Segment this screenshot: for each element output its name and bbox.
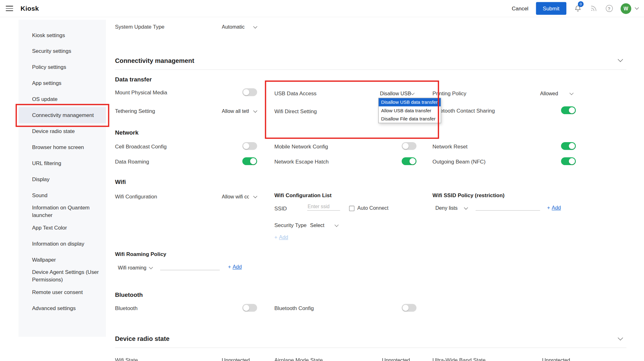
security-type-select[interactable]: Select	[310, 222, 338, 229]
screen: Kiosk Cancel Submit 0 ?	[0, 0, 644, 361]
airplane-mode-state-select[interactable]: Unprotected	[382, 357, 410, 361]
connectivity-collapse-icon[interactable]	[618, 57, 623, 62]
sidebar-item-policy-settings[interactable]: Policy settings	[19, 59, 106, 75]
sidebar-item-information-on-display[interactable]: Information on display	[19, 236, 106, 252]
notification-badge: 0	[578, 1, 584, 7]
sidebar-item-kiosk-settings[interactable]: Kiosk settings	[19, 27, 106, 43]
top-bar-actions: Cancel Submit 0 ? W	[512, 2, 638, 15]
mobile-network-config-label: Mobile Network Config	[274, 143, 328, 150]
wifi-configuration-select[interactable]: Allow wifi cor	[222, 193, 257, 201]
usb-data-access-menu: Disallow USB data transfer Allow USB dat…	[378, 98, 441, 123]
auto-connect-label: Auto Connect	[357, 205, 388, 211]
submit-button[interactable]: Submit	[536, 2, 566, 15]
help-icon: ?	[606, 5, 613, 12]
page-title: Kiosk	[20, 5, 39, 12]
help-button[interactable]: ?	[605, 4, 613, 13]
sidebar-item-os-update[interactable]: OS update	[19, 91, 106, 107]
usb-menu-option[interactable]: Disallow File data transfer	[379, 114, 441, 123]
usb-menu-option[interactable]: Allow USB data transfer	[379, 106, 441, 114]
printing-policy-select[interactable]: Allowed	[540, 90, 573, 97]
plus-icon: +	[274, 235, 277, 240]
wifi-title: Wifi	[115, 179, 126, 185]
top-bar: Kiosk Cancel Submit 0 ?	[0, 0, 644, 17]
sidebar-item-connectivity-management[interactable]: Connectivity management	[19, 107, 106, 123]
auto-connect-checkbox[interactable]	[349, 206, 354, 211]
wifi-roaming-add-button[interactable]: +Add	[228, 264, 242, 270]
outgoing-beam-nfc-toggle[interactable]	[561, 157, 576, 165]
bluetooth-label: Bluetooth	[115, 305, 138, 311]
wifi-direct-setting-label: Wifi Direct Setting	[274, 108, 317, 115]
system-update-type-label: System Update Type	[115, 24, 164, 30]
divider	[115, 347, 626, 348]
divider	[115, 69, 626, 70]
bluetooth-contact-sharing-label: Bluetooth Contact Sharing	[432, 108, 495, 114]
ultra-wide-band-state-label: Ultra-Wide Band State	[432, 357, 486, 361]
wifi-config-add-button[interactable]: +Add	[274, 235, 288, 240]
settings-sidebar: Kiosk settings Security settings Policy …	[19, 20, 106, 337]
sidebar-item-url-filtering[interactable]: URL filtering	[19, 155, 106, 171]
usb-data-access-label: USB Data Access	[274, 90, 316, 97]
avatar[interactable]: W	[621, 3, 631, 14]
chevron-down-icon	[149, 265, 153, 269]
sidebar-item-app-text-color[interactable]: App Text Color	[19, 220, 106, 236]
system-update-type-select[interactable]: Automatic	[222, 23, 257, 31]
network-reset-toggle[interactable]	[561, 142, 576, 150]
sidebar-item-information-on-quantem-launcher[interactable]: Information on Quantem launcher	[19, 203, 106, 220]
data-roaming-label: Data Roaming	[115, 158, 149, 165]
usb-data-access-select[interactable]: Disallow USB	[380, 90, 414, 97]
ssid-input[interactable]	[307, 203, 340, 211]
bluetooth-toggle[interactable]	[242, 304, 257, 312]
broadcast-button[interactable]	[589, 4, 597, 13]
chevron-down-icon	[253, 24, 257, 28]
usb-menu-option[interactable]: Disallow USB data transfer	[379, 98, 441, 106]
connectivity-section-title: Connectivity management	[115, 57, 194, 65]
plus-icon: +	[547, 205, 550, 211]
mobile-network-config-toggle[interactable]	[402, 142, 416, 150]
ultra-wide-band-state-select[interactable]: Unprotected	[542, 357, 570, 361]
network-escape-hatch-toggle[interactable]	[402, 157, 416, 165]
bluetooth-config-toggle[interactable]	[402, 304, 416, 312]
sidebar-item-advanced-settings[interactable]: Advanced settings	[19, 300, 106, 316]
sidebar-item-device-radio-state[interactable]: Device radio state	[19, 123, 106, 139]
sidebar-item-app-settings[interactable]: App settings	[19, 75, 106, 91]
kiosk-settings-page: Kiosk Cancel Submit 0 ?	[0, 0, 644, 361]
wifi-roaming-type-select[interactable]: Wifi roaming	[118, 264, 153, 272]
sidebar-item-sound[interactable]: Sound	[19, 187, 106, 203]
chevron-down-icon	[464, 205, 468, 209]
cell-broadcast-config-toggle[interactable]	[242, 142, 257, 150]
bluetooth-contact-sharing-toggle[interactable]	[561, 106, 576, 114]
sidebar-item-remote-user-consent[interactable]: Remote user consent	[19, 284, 106, 300]
sidebar-item-wallpaper[interactable]: Wallpaper	[19, 252, 106, 268]
chevron-down-icon	[411, 91, 415, 95]
sidebar-item-security-settings[interactable]: Security settings	[19, 43, 106, 59]
ssid-policy-type-select[interactable]: Deny lists	[435, 204, 467, 212]
sidebar-item-browser-home-screen[interactable]: Browser home screen	[19, 139, 106, 155]
chevron-down-icon[interactable]	[635, 6, 639, 10]
sidebar-item-display[interactable]: Display	[19, 171, 106, 187]
hamburger-menu-icon[interactable]	[6, 6, 13, 11]
ssid-policy-add-button[interactable]: +Add	[547, 205, 561, 211]
wifi-state-select[interactable]: Unprotected	[222, 357, 250, 361]
data-roaming-toggle[interactable]	[242, 157, 257, 165]
notifications-button[interactable]: 0	[574, 4, 582, 13]
device-radio-collapse-icon[interactable]	[618, 335, 623, 341]
ssid-policy-input[interactable]	[475, 203, 540, 211]
tethering-setting-label: Tethering Setting	[115, 108, 155, 114]
outgoing-beam-nfc-label: Outgoing Beam (NFC)	[432, 158, 486, 165]
network-reset-label: Network Reset	[432, 143, 467, 150]
mount-physical-media-label: Mount Physical Media	[115, 90, 167, 96]
printing-policy-label: Printing Policy	[432, 90, 466, 97]
data-transfer-title: Data transfer	[115, 76, 152, 83]
device-radio-section-title: Device radio state	[115, 335, 169, 343]
cell-broadcast-config-label: Cell Broadcast Config	[115, 143, 167, 150]
ssid-label: SSID	[274, 205, 287, 212]
mount-physical-media-toggle[interactable]	[242, 88, 257, 96]
chevron-down-icon	[569, 91, 574, 95]
wifi-roaming-input[interactable]	[160, 263, 219, 270]
security-type-label: Security Type	[274, 222, 307, 229]
bluetooth-config-label: Bluetooth Config	[274, 305, 314, 311]
sidebar-item-device-agent-settings[interactable]: Device Agent Settings (User Permissions)	[19, 268, 106, 284]
wifi-ssid-policy-title: Wifi SSID Policy (restriction)	[432, 192, 504, 198]
cancel-button[interactable]: Cancel	[512, 5, 529, 12]
tethering-setting-select[interactable]: Allow all tethe	[222, 108, 257, 115]
